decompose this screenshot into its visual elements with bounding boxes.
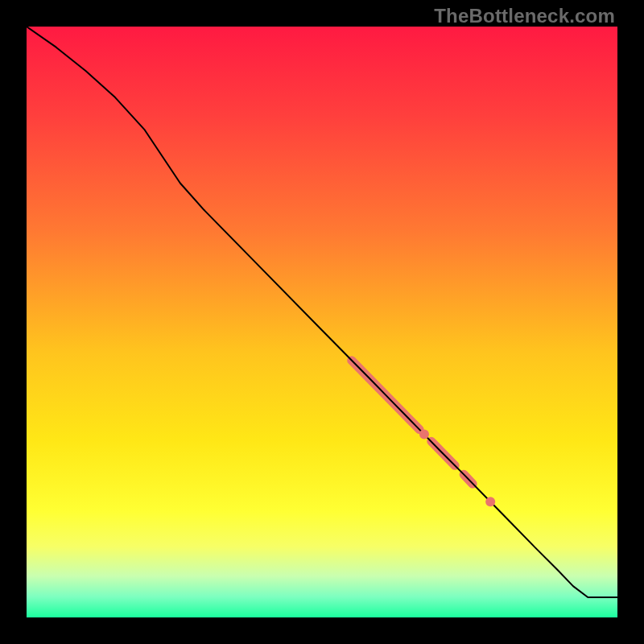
- frame: TheBottleneck.com: [0, 0, 644, 644]
- gradient-background: [27, 27, 617, 617]
- dot-1-marker: [419, 429, 429, 439]
- chart-svg: [27, 27, 617, 617]
- plot-area: [27, 27, 617, 617]
- watermark-text: TheBottleneck.com: [434, 5, 615, 27]
- dot-2-marker: [485, 497, 495, 506]
